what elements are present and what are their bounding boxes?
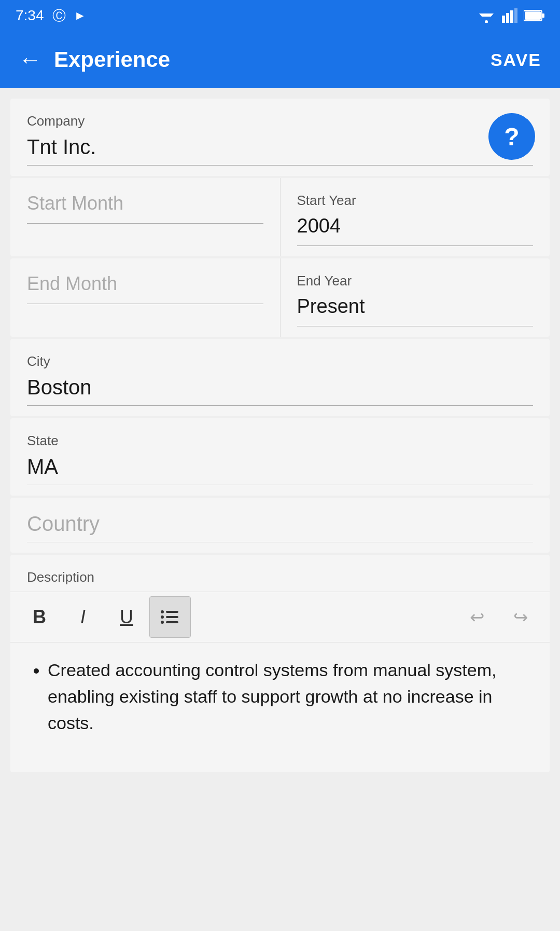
svg-point-13	[161, 610, 164, 613]
city-field: City Boston	[10, 339, 550, 416]
status-bar: 7:34 Ⓒ ►	[0, 0, 560, 31]
svg-rect-9	[525, 11, 541, 20]
start-month-value[interactable]: Start Month	[27, 193, 263, 224]
app-bar-left: ← Experience	[19, 47, 170, 73]
signal-icon	[502, 8, 517, 23]
end-year-value[interactable]: Present	[297, 295, 534, 326]
svg-point-14	[161, 615, 164, 619]
state-field: State MA	[10, 418, 550, 496]
svg-rect-11	[166, 616, 178, 618]
app-bar: ← Experience SAVE	[0, 31, 560, 88]
company-field: Company Tnt Inc. ?	[10, 99, 550, 176]
start-date-row: Start Month Start Year 2004	[10, 178, 550, 256]
start-year-label: Start Year	[297, 193, 534, 209]
play-store-icon: ►	[74, 8, 87, 23]
svg-rect-6	[514, 8, 517, 23]
svg-point-15	[161, 621, 164, 624]
description-toolbar: B I U ↩ ↪	[10, 592, 550, 642]
italic-button[interactable]: I	[62, 596, 104, 638]
wifi-icon	[477, 8, 496, 23]
description-content[interactable]: Created accounting control systems from …	[10, 642, 550, 772]
battery-icon	[524, 9, 544, 22]
status-bar-right	[477, 8, 544, 23]
list-button[interactable]	[149, 596, 191, 638]
svg-rect-4	[506, 13, 509, 23]
form-content: Company Tnt Inc. ? Start Month Start Yea…	[0, 88, 560, 931]
city-label: City	[27, 353, 533, 369]
page-title: Experience	[54, 47, 170, 72]
svg-rect-8	[542, 13, 544, 18]
end-date-row: End Month End Year Present	[10, 258, 550, 337]
start-year-value[interactable]: 2004	[297, 215, 534, 246]
svg-rect-10	[166, 611, 178, 613]
company-label: Company	[27, 113, 533, 129]
company-value[interactable]: Tnt Inc.	[27, 135, 533, 166]
svg-rect-12	[166, 621, 178, 623]
help-button[interactable]: ?	[488, 113, 535, 160]
country-value[interactable]: Country	[27, 512, 533, 542]
redo-button[interactable]: ↪	[500, 596, 541, 638]
description-label: Description	[10, 555, 550, 592]
undo-button[interactable]: ↩	[456, 596, 498, 638]
svg-rect-5	[510, 10, 513, 23]
start-year-cell[interactable]: Start Year 2004	[281, 178, 550, 256]
list-icon	[160, 607, 180, 627]
state-value[interactable]: MA	[27, 455, 533, 485]
time-display: 7:34	[16, 7, 44, 24]
end-year-cell[interactable]: End Year Present	[281, 258, 550, 337]
back-button[interactable]: ←	[19, 47, 41, 73]
country-field: Country	[10, 498, 550, 553]
underline-button[interactable]: U	[106, 596, 147, 638]
svg-rect-3	[502, 16, 505, 23]
start-month-cell[interactable]: Start Month	[10, 178, 281, 256]
at-sign-icon: Ⓒ	[52, 7, 66, 25]
status-bar-left: 7:34 Ⓒ ►	[16, 7, 86, 25]
bold-button[interactable]: B	[19, 596, 60, 638]
description-item: Created accounting control systems from …	[48, 657, 533, 736]
save-button[interactable]: SAVE	[491, 50, 541, 70]
end-month-cell[interactable]: End Month	[10, 258, 281, 337]
end-year-label: End Year	[297, 273, 534, 289]
description-section: Description B I U ↩ ↪ C	[10, 555, 550, 772]
state-label: State	[27, 433, 533, 449]
city-value[interactable]: Boston	[27, 376, 533, 406]
end-month-value[interactable]: End Month	[27, 273, 263, 304]
